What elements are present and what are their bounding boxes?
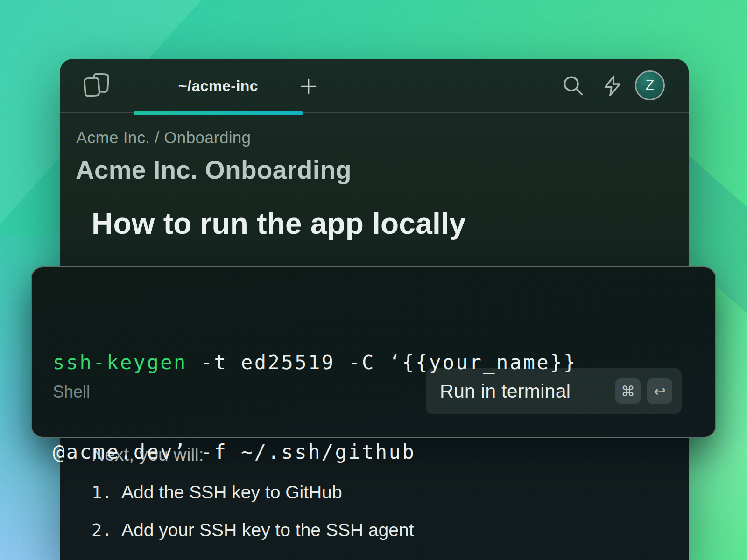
library-icon[interactable] [81,71,112,100]
breadcrumb-separator: / [155,128,159,147]
return-key-icon: ↩ [647,378,672,404]
code-text: @acme.dev’ -f ~/.ssh/github [53,441,416,463]
breadcrumb-current[interactable]: Onboarding [164,128,251,147]
tab-acme-inc[interactable]: ~/acme-inc [134,59,303,113]
avatar[interactable]: Z [635,70,665,100]
page-heading: How to run the app locally [92,206,466,241]
window-header: ~/acme-inc Z [60,59,689,113]
code-line: @acme.dev’ -f ~/.ssh/github [53,437,577,467]
quick-actions-icon[interactable] [600,74,625,98]
command-key-icon: ⌘ [615,378,641,404]
code-snippet-card: ssh-keygen -t ed25519 -C ‘{{your_name}} … [31,266,716,438]
run-button-label: Run in terminal [440,380,609,402]
run-in-terminal-button[interactable]: Run in terminal ⌘ ↩ [426,368,682,414]
avatar-initial: Z [646,77,655,94]
breadcrumb: Acme Inc./Onboarding [76,128,251,147]
language-label: Shell [53,382,90,402]
document-title: Acme Inc. Onboarding [76,155,352,185]
active-tab-indicator [134,111,303,115]
breadcrumb-parent[interactable]: Acme Inc. [76,128,150,147]
tab-title: ~/acme-inc [178,77,258,95]
new-tab-button[interactable] [299,77,318,96]
code-command: ssh-keygen [53,351,187,374]
search-icon[interactable] [561,74,585,98]
